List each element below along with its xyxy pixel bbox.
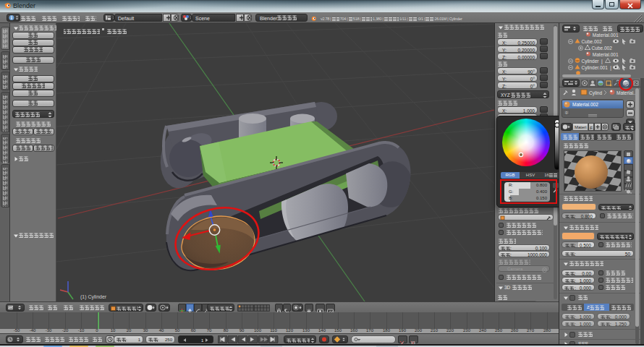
svg-text:(1) Cylinder: (1) Cylinder bbox=[80, 294, 107, 300]
svg-text:Cylind: Cylind bbox=[589, 90, 602, 96]
svg-text:Material...: Material... bbox=[617, 90, 637, 95]
